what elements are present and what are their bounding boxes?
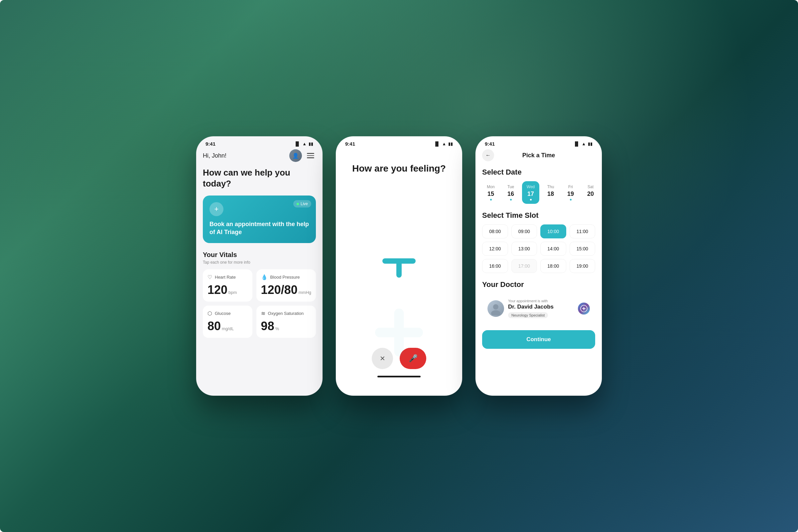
glucose-value: 80 mg/dL [208, 319, 248, 333]
doctor-avatar [488, 300, 504, 317]
phone-home: 9:41 ▐▌ ▲ ▮▮ Hi, John! 👤 How can [196, 136, 323, 396]
appt-label: Your appointment is with [508, 299, 574, 303]
glucose-number: 80 [208, 319, 221, 333]
doctor-name: Dr. David Jacobs [508, 304, 574, 310]
date-selector: Mon 15 Tue 16 Wed 17 Thu [482, 181, 595, 204]
time-0900[interactable]: 09:00 [511, 225, 537, 239]
time-1200[interactable]: 12:00 [482, 242, 508, 256]
time-1500[interactable]: 15:00 [570, 242, 595, 256]
glucose-label: Glucose [215, 311, 231, 316]
sat-num: 20 [587, 191, 594, 197]
greeting-text: Hi, John! [203, 152, 226, 159]
phone-2-content: How are you feeling? ✕ [336, 149, 462, 390]
thu-label: Thu [547, 185, 554, 189]
sat-label: Sat [588, 185, 593, 189]
time-3: 9:41 [485, 141, 495, 147]
signal-icon: ▐▌ [294, 141, 300, 146]
back-button[interactable]: ← [482, 149, 494, 161]
date-tue-16[interactable]: Tue 16 [502, 181, 519, 204]
svg-rect-3 [394, 308, 404, 357]
date-wed-17[interactable]: Wed 17 [522, 181, 539, 204]
time-1000[interactable]: 10:00 [540, 225, 566, 239]
oxygen-label: Oxygen Saturation [268, 311, 304, 316]
date-fri-19[interactable]: Fri 19 [562, 181, 579, 204]
o2-number: 98 [261, 319, 274, 333]
menu-line-2 [307, 155, 314, 156]
time-1700: 17:00 [511, 259, 537, 273]
triage-card[interactable]: Live + Book an appointment with the help… [203, 195, 316, 243]
phone-1-content: Hi, John! 👤 How can we help you today? L… [196, 149, 323, 338]
wed-dot [530, 199, 532, 201]
status-bar-1: 9:41 ▐▌ ▲ ▮▮ [196, 136, 323, 149]
plus-symbol: + [214, 206, 219, 213]
svg-point-5 [491, 310, 500, 315]
time-2: 9:41 [345, 141, 355, 147]
wifi-icon-2: ▲ [442, 141, 446, 146]
wifi-icon-3: ▲ [582, 141, 586, 146]
time-1400[interactable]: 14:00 [540, 242, 566, 256]
glucose-icon: ⬡ [208, 310, 212, 317]
doctor-avatar-icon [489, 302, 502, 315]
vitals-title: Your Vitals [203, 251, 316, 259]
vital-header-bp: 💧 Blood Pressure [261, 274, 311, 280]
menu-button[interactable] [305, 150, 316, 161]
mon-num: 15 [488, 191, 494, 197]
header-row: Hi, John! 👤 [203, 149, 316, 162]
your-doctor-title: Your Doctor [482, 280, 595, 289]
tue-label: Tue [507, 185, 514, 189]
thu-num: 18 [547, 191, 554, 197]
thu-dot [550, 199, 552, 201]
time-1100[interactable]: 11:00 [570, 225, 595, 239]
glucose-unit: mg/dL [222, 326, 234, 331]
oxygen-value: 98 % [261, 319, 311, 333]
signal-icon-2: ▐▌ [434, 141, 440, 146]
live-badge: Live [293, 200, 311, 208]
home-indicator [377, 376, 421, 377]
main-question: How can we help you today? [203, 167, 316, 189]
status-icons-2: ▐▌ ▲ ▮▮ [434, 141, 453, 146]
status-bar-2: 9:41 ▐▌ ▲ ▮▮ [336, 136, 462, 149]
bp-number: 120/80 [261, 283, 298, 297]
date-sat-20[interactable]: Sat 20 [582, 181, 595, 204]
fri-dot [570, 199, 572, 201]
live-dot [297, 203, 299, 205]
vital-header-glucose: ⬡ Glucose [208, 310, 248, 317]
live-label: Live [301, 202, 308, 206]
phone-3-content: ← Pick a Time Select Date Mon 15 Tue 16 [475, 149, 602, 354]
schedule-title: Pick a Time [522, 152, 555, 159]
time-1300[interactable]: 13:00 [511, 242, 537, 256]
time-1: 9:41 [206, 141, 215, 147]
mon-dot [490, 199, 492, 201]
doctor-logo [578, 303, 590, 315]
time-1600[interactable]: 16:00 [482, 259, 508, 273]
vital-card-blood-pressure[interactable]: 💧 Blood Pressure 120/80 mmHg [256, 269, 316, 302]
battery-icon-3: ▮▮ [588, 141, 592, 146]
vital-card-heart-rate[interactable]: ♡ Heart Rate 120 bpm [203, 269, 252, 302]
hr-unit: bpm [228, 290, 237, 295]
heart-icon: ♡ [208, 274, 212, 280]
select-time-title: Select Time Slot [482, 211, 595, 220]
date-mon-15[interactable]: Mon 15 [482, 181, 499, 204]
hr-number: 120 [208, 283, 227, 297]
vital-card-oxygen[interactable]: ≋ Oxygen Saturation 98 % [256, 306, 316, 338]
svg-rect-1 [396, 258, 402, 278]
time-0800[interactable]: 08:00 [482, 225, 508, 239]
fri-label: Fri [568, 185, 573, 189]
time-1900[interactable]: 19:00 [570, 259, 595, 273]
date-thu-18[interactable]: Thu 18 [542, 181, 559, 204]
time-1800[interactable]: 18:00 [540, 259, 566, 273]
ai-question: How are you feeling? [352, 163, 446, 174]
watermark-icon [369, 303, 429, 362]
doctor-card: Your appointment is with Dr. David Jacob… [482, 293, 595, 324]
medical-cross-icon [381, 243, 417, 280]
mon-label: Mon [487, 185, 494, 189]
vital-card-glucose[interactable]: ⬡ Glucose 80 mg/dL [203, 306, 252, 338]
vital-header-o2: ≋ Oxygen Saturation [261, 310, 311, 317]
specialty-badge: Neurology Specialist [508, 312, 548, 318]
heart-rate-value: 120 bpm [208, 283, 248, 297]
continue-button[interactable]: Continue [482, 330, 595, 349]
drop-icon: 💧 [261, 274, 268, 280]
vitals-grid: ♡ Heart Rate 120 bpm 💧 Blood Pressure [203, 269, 316, 338]
user-avatar[interactable]: 👤 [289, 149, 302, 162]
svg-point-4 [493, 304, 498, 309]
